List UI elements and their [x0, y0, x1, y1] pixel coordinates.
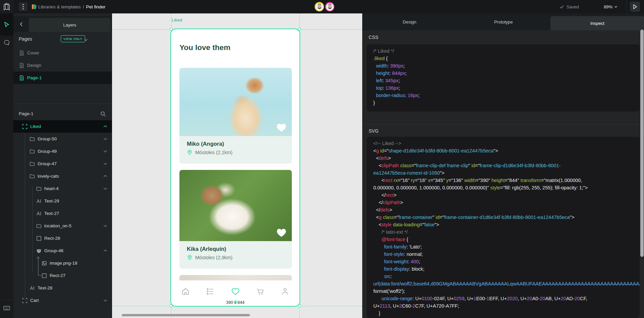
user-avatar[interactable] [315, 2, 324, 11]
view-mode-button[interactable] [630, 2, 640, 12]
pet-location: Móstoles (2,1km) [195, 150, 232, 155]
layer-label: Liked [30, 124, 41, 129]
chevron-down-icon[interactable] [103, 223, 107, 228]
nav-list-icon[interactable] [206, 287, 215, 296]
liked-heart-icon[interactable] [276, 122, 287, 132]
layer-label: Text-28 [38, 285, 52, 290]
layer-label: Group-47 [38, 161, 57, 166]
pet-card-kika[interactable]: Kika (Arlequín)Móstoles (2,9km) [179, 170, 292, 269]
nav-heart-icon[interactable] [231, 287, 240, 296]
chevron-down-icon[interactable] [84, 37, 88, 43]
layer-label: Group-49 [38, 149, 57, 154]
code-line: /* Liked */ [373, 48, 640, 56]
layer-item-group-49[interactable]: Group-49 [13, 145, 112, 157]
layer-item-image.png-18[interactable]: image.png-18 [13, 257, 112, 269]
layer-label: Cart [30, 298, 39, 303]
resize-handle-se[interactable] [298, 305, 301, 307]
vertical-scrollbar[interactable] [640, 30, 644, 257]
chevron-left-icon [20, 22, 23, 27]
design-frame-liked[interactable]: You love them Miko (Angora)Móstoles (2,1… [171, 29, 300, 306]
section-divider [363, 124, 644, 125]
layer-item-group-47[interactable]: Group-47 [13, 157, 112, 170]
board-layer-icon [22, 124, 28, 129]
comments-tool-icon[interactable] [3, 39, 10, 46]
chevron-down-icon[interactable] [103, 298, 107, 303]
chevron-down-icon[interactable] [103, 136, 107, 141]
chevron-down-icon[interactable] [103, 186, 107, 191]
code-line: font-display: block; [373, 266, 640, 274]
resize-handle-sw[interactable] [170, 305, 172, 307]
pet-name: Kika (Arlequín) [187, 246, 284, 252]
layer-item-group-50[interactable]: Group-50 [13, 133, 112, 145]
page-label: Design [27, 63, 41, 68]
layer-item-group-46[interactable]: Group-46 [13, 244, 112, 257]
chevron-down-icon[interactable] [103, 161, 107, 166]
code-line: </clipPath> [373, 200, 640, 207]
resize-handle-ne[interactable] [298, 28, 301, 31]
tab-design[interactable]: Design [363, 13, 457, 30]
breadcrumb[interactable]: Libraries & templates / Pet finder [38, 0, 105, 13]
nav-person-icon[interactable] [281, 287, 289, 296]
search-icon[interactable] [100, 111, 106, 117]
nav-cart-icon[interactable] [256, 287, 265, 296]
tree-indent-guide [32, 186, 33, 272]
page-item-page-1[interactable]: Page-1 [13, 72, 112, 84]
layer-item-location_on-5[interactable]: location_on-5 [13, 220, 112, 232]
liked-heart-icon[interactable] [276, 227, 287, 237]
folder-layer-icon [30, 174, 35, 179]
code-line: <g class="frame-container" id="frame-con… [373, 215, 640, 222]
layer-item-heart-4[interactable]: heart-4 [13, 182, 112, 195]
pet-info: Miko (Angora)Móstoles (2,1km) [179, 136, 292, 164]
library-icon [31, 4, 37, 11]
view-only-badge: VIEW ONLY [61, 35, 85, 42]
layer-item-text-28[interactable]: Text-28 [13, 282, 112, 294]
nav-home-icon[interactable] [181, 287, 190, 296]
save-status: Saved [559, 0, 579, 13]
layer-label: image.png-18 [50, 261, 77, 266]
layer-item-liked[interactable]: Liked [13, 120, 112, 133]
code-line: unicode-range: U+0100-024F, U+0259, U+1E… [373, 296, 640, 303]
zoom-control[interactable]: 89% [604, 0, 618, 13]
mask-layer-icon [36, 248, 42, 254]
tab-inspect[interactable]: Inspect [550, 16, 644, 30]
css-code-block[interactable]: /* Liked */.liked { width: 390px; height… [367, 44, 640, 111]
frame-name-label[interactable]: Liked [172, 17, 182, 22]
code-line: <style data-loading="false"> [373, 222, 640, 229]
layer-item-text-27[interactable]: Text-27 [13, 207, 112, 220]
svg-code-block[interactable]: <!-- Liked --><g id="shape-d1d6e34f-b3fd… [367, 137, 640, 318]
layer-item-text-29[interactable]: Text-29 [13, 195, 112, 207]
layer-item-rect-28[interactable]: Rect-28 [13, 232, 112, 244]
main-menu-button[interactable] [19, 2, 28, 11]
code-line: </rect> [373, 192, 640, 200]
tab-layers[interactable]: Layers [29, 18, 111, 32]
layer-item-cart[interactable]: Cart [13, 294, 112, 307]
chevron-up-icon[interactable] [103, 124, 107, 129]
resize-handle-nw[interactable] [170, 28, 172, 31]
page-item-cover[interactable]: Cover [13, 47, 112, 59]
chevron-down-icon[interactable] [103, 149, 107, 154]
canvas[interactable]: Liked You love them Miko (Angora)Móstole… [112, 13, 362, 318]
collapse-panel-button[interactable] [13, 16, 29, 32]
code-line: @font-face { [373, 237, 640, 244]
breadcrumb-section[interactable]: Libraries & templates [38, 4, 81, 9]
kebab-menu-icon [22, 4, 24, 10]
layer-item-rect-27[interactable]: Rect-27 [13, 269, 112, 282]
layer-tree: LikedGroup-50Group-49Group-47lovely-cats… [13, 120, 112, 307]
page-item-design[interactable]: Design [13, 59, 112, 72]
panel-header: Layers [13, 16, 112, 32]
zoom-level[interactable]: 89% [604, 4, 612, 9]
shortcuts-keyboard-icon[interactable] [3, 304, 10, 312]
chevron-up-icon[interactable] [103, 174, 107, 179]
user-avatar[interactable] [325, 2, 334, 11]
pointer-tool-icon[interactable] [3, 21, 10, 28]
penpot-logo[interactable] [0, 0, 13, 13]
tab-prototype[interactable]: Prototype [457, 13, 550, 30]
pet-card-miko[interactable]: Miko (Angora)Móstoles (2,1km) [179, 68, 292, 164]
mask-connector-arrow [36, 255, 43, 279]
folder-layer-icon [30, 136, 35, 142]
horizontal-scrollbar[interactable] [122, 314, 250, 316]
tool-strip-divider [0, 300, 13, 300]
frame-heading-text: You love them [179, 43, 230, 52]
chevron-up-icon[interactable] [103, 248, 107, 253]
layer-item-lovely-cats[interactable]: lovely-cats [13, 170, 112, 182]
